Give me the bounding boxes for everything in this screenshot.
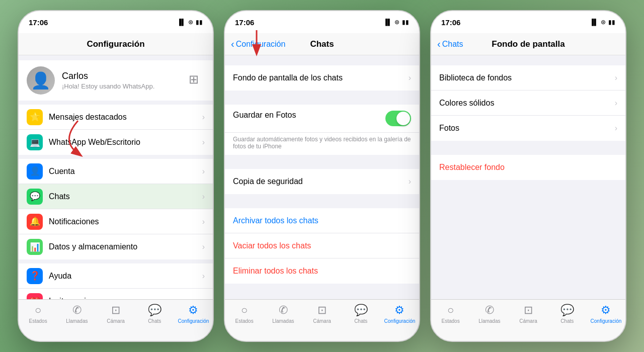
- tab-chats[interactable]: 💬 Chats: [135, 304, 174, 324]
- tab-configuracion[interactable]: ⚙ Configuración: [587, 304, 625, 324]
- qr-icon[interactable]: ⊞: [189, 72, 205, 89]
- chevron-icon: ›: [202, 242, 205, 251]
- content-3[interactable]: Biblioteca de fondos › Colores sólidos ›…: [431, 55, 625, 299]
- chevron-icon: ›: [615, 73, 617, 82]
- tab-llamadas[interactable]: ✆ Llamadas: [57, 304, 96, 324]
- restablecer-label: Restablecer fondo: [439, 163, 505, 172]
- config-icon: ⚙: [601, 304, 611, 317]
- nav-title-3: Fondo de pantalla: [492, 39, 565, 49]
- cuenta-icon: 👤: [27, 163, 43, 180]
- star-icon: ⭐: [27, 109, 43, 125]
- tab-llamadas[interactable]: ✆ Llamadas: [470, 304, 509, 324]
- llamadas-icon: ✆: [72, 304, 82, 317]
- chats-tab-icon: 💬: [354, 304, 368, 317]
- settings-group-3: ❓ Ayuda › ❤️ Invitar amigos ›: [19, 263, 213, 299]
- vaciar-item[interactable]: Vaciar todos los chats: [225, 233, 419, 258]
- status-bar-1: 17:06 ▐▌ ⊛ ▮▮: [19, 11, 213, 33]
- profile-info: Carlos ¡Hola! Estoy usando WhatsApp.: [62, 71, 189, 90]
- estados-icon: ○: [447, 304, 454, 317]
- tab-estados[interactable]: ○ Estados: [225, 304, 264, 324]
- library-group: Biblioteca de fondos › Colores sólidos ›…: [431, 65, 625, 141]
- status-bar-3: 17:06 ▐▌ ⊛ ▮▮: [431, 11, 625, 33]
- estados-label: Estados: [235, 318, 254, 324]
- fotos-label: Fotos: [439, 124, 615, 133]
- back-chevron-icon: ‹: [437, 39, 441, 49]
- notif-label: Notificaciones: [49, 217, 202, 226]
- status-icons-1: ▐▌ ⊛ ▮▮: [177, 19, 203, 26]
- tab-camara[interactable]: ⊡ Cámara: [96, 304, 135, 324]
- gap: [225, 159, 419, 169]
- back-button-3[interactable]: ‹ Chats: [437, 39, 463, 49]
- copia-label: Copia de seguridad: [233, 177, 409, 186]
- avatar: 👤: [27, 66, 55, 95]
- tab-estados[interactable]: ○ Estados: [19, 304, 57, 324]
- archivar-item[interactable]: Archivar todos los chats: [225, 208, 419, 233]
- profile-status: ¡Hola! Estoy usando WhatsApp.: [62, 82, 189, 90]
- chevron-icon: ›: [202, 167, 205, 176]
- mensajes-label: Mensajes destacados: [49, 113, 202, 122]
- chevron-icon: ›: [202, 113, 205, 122]
- nav-bar-2: ‹ Configuración Chats: [225, 33, 419, 55]
- settings-group-2: 👤 Cuenta › 💬 Chats › 🔔 Notificaciones › …: [19, 159, 213, 259]
- status-icons-3: ▐▌ ⊛ ▮▮: [590, 19, 615, 26]
- chats-tab-icon: 💬: [560, 304, 574, 317]
- eliminar-label: Eliminar todos los chats: [233, 267, 318, 276]
- config-label: Configuración: [178, 318, 209, 324]
- config-label: Configuración: [591, 318, 622, 324]
- profile-section[interactable]: 👤 Carlos ¡Hola! Estoy usando WhatsApp. ⊞: [19, 60, 213, 101]
- gap: [225, 95, 419, 105]
- settings-item-notificaciones[interactable]: 🔔 Notificaciones ›: [19, 209, 213, 234]
- guardar-toggle[interactable]: [385, 111, 411, 126]
- tab-llamadas[interactable]: ✆ Llamadas: [264, 304, 302, 324]
- cuenta-label: Cuenta: [49, 167, 202, 176]
- settings-item-chats[interactable]: 💬 Chats ›: [19, 184, 213, 209]
- estados-label: Estados: [29, 318, 47, 324]
- invite-icon: ❤️: [27, 293, 43, 299]
- colores-label: Colores sólidos: [439, 99, 615, 108]
- settings-item-whatsappweb[interactable]: 💻 WhatsApp Web/Escritorio ›: [19, 130, 213, 155]
- chats-label: Chats: [49, 192, 202, 201]
- status-time-2: 17:06: [235, 18, 254, 27]
- status-time-1: 17:06: [29, 18, 48, 27]
- eliminar-item[interactable]: Eliminar todos los chats: [225, 258, 419, 284]
- tab-chats[interactable]: 💬 Chats: [342, 304, 380, 324]
- content-1[interactable]: 👤 Carlos ¡Hola! Estoy usando WhatsApp. ⊞…: [19, 55, 213, 299]
- fondo-pantalla-item[interactable]: Fondo de pantalla de los chats ›: [225, 65, 419, 91]
- biblioteca-item[interactable]: Biblioteca de fondos ›: [431, 65, 625, 91]
- settings-item-ayuda[interactable]: ❓ Ayuda ›: [19, 263, 213, 289]
- chats-tab-label: Chats: [354, 318, 367, 324]
- settings-item-datos[interactable]: 📊 Datos y almacenamiento ›: [19, 234, 213, 259]
- chevron-icon: ›: [202, 217, 205, 226]
- tab-camara[interactable]: ⊡ Cámara: [509, 304, 547, 324]
- colores-item[interactable]: Colores sólidos ›: [431, 91, 625, 116]
- phone-1: 17:06 ▐▌ ⊛ ▮▮ Configuración 👤 Carlos ¡Ho…: [18, 10, 214, 342]
- tab-configuracion[interactable]: ⚙ Configuración: [174, 304, 213, 324]
- nav-bar-3: ‹ Chats Fondo de pantalla: [431, 33, 625, 55]
- camara-icon: ⊡: [111, 304, 120, 317]
- ayuda-icon: ❓: [27, 268, 43, 284]
- copia-item[interactable]: Copia de seguridad ›: [225, 169, 419, 194]
- tab-estados[interactable]: ○ Estados: [431, 304, 470, 324]
- tab-chats[interactable]: 💬 Chats: [548, 304, 587, 324]
- llamadas-label: Llamadas: [478, 318, 500, 324]
- restablecer-item[interactable]: Restablecer fondo: [431, 155, 625, 180]
- datos-icon: 📊: [27, 239, 43, 255]
- chevron-icon: ›: [202, 272, 205, 281]
- toggle-info: Guardar en Fotos: [233, 111, 385, 120]
- llamadas-label: Llamadas: [66, 318, 88, 324]
- archivar-label: Archivar todos los chats: [233, 216, 318, 225]
- camara-icon: ⊡: [317, 304, 327, 317]
- content-2[interactable]: Fondo de pantalla de los chats › Guardar…: [225, 55, 419, 299]
- tab-camara[interactable]: ⊡ Cámara: [302, 304, 341, 324]
- back-button-2[interactable]: ‹ Configuración: [231, 39, 285, 49]
- settings-item-invitar[interactable]: ❤️ Invitar amigos ›: [19, 289, 213, 299]
- settings-item-mensajes[interactable]: ⭐ Mensajes destacados ›: [19, 105, 213, 130]
- back-label-3: Chats: [442, 40, 463, 49]
- camara-label: Cámara: [519, 318, 537, 324]
- tab-configuracion[interactable]: ⚙ Configuración: [380, 304, 419, 324]
- fotos-item[interactable]: Fotos ›: [431, 116, 625, 141]
- guardar-subtext: Guardar automáticamente fotos y videos r…: [225, 133, 419, 155]
- settings-item-cuenta[interactable]: 👤 Cuenta ›: [19, 159, 213, 184]
- vaciar-label: Vaciar todos los chats: [233, 241, 311, 250]
- chevron-icon: ›: [615, 99, 617, 108]
